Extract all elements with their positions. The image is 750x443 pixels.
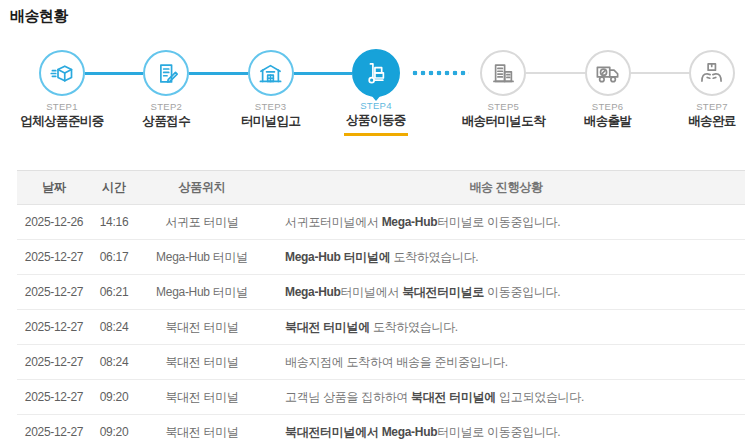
progress-segment: Mega-Hub 터미널에 xyxy=(285,250,390,264)
step-item-2: STEP2 상품접수 xyxy=(143,50,189,96)
cell-progress: 배송지점에 도착하여 배송을 준비중입니다. xyxy=(267,354,745,371)
connector-line xyxy=(294,72,352,75)
header-time: 시간 xyxy=(91,179,137,196)
progress-segment: Mega-Hub xyxy=(382,425,438,439)
step-item-3: STEP3 터미널입고 xyxy=(248,50,294,96)
progress-segment: 서귀포터미널에서 xyxy=(285,215,382,229)
step-item-6: STEP6 배송출발 xyxy=(585,50,631,96)
step-name: 터미널입고 xyxy=(241,114,301,130)
progress-segment: 입고되었습니다. xyxy=(496,390,584,404)
step-name: 배송터미널도착 xyxy=(462,114,545,130)
table-row: 2025-12-2706:21Mega-Hub 터미널Mega-Hub터미널에서… xyxy=(17,275,745,310)
cell-time: 09:20 xyxy=(91,425,137,439)
cell-progress: Mega-Hub터미널에서 북대전터미널로 이동중입니다. xyxy=(267,284,745,301)
step-number: STEP3 xyxy=(241,101,301,113)
step-number: STEP6 xyxy=(584,101,632,113)
buildings-icon xyxy=(490,60,517,87)
cell-progress: 고객님 상품을 집하하여 북대전 터미널에 입고되었습니다. xyxy=(267,389,745,406)
hands-box-icon xyxy=(698,60,725,87)
cell-progress: 북대전 터미널에 도착하였습니다. xyxy=(267,319,745,336)
document-pencil-icon xyxy=(153,60,180,87)
cell-time: 09:20 xyxy=(91,390,137,404)
step-item-4: STEP4 상품이동중 xyxy=(352,49,400,97)
cell-location: 북대전 터미널 xyxy=(137,389,267,406)
progress-segment: 도착하였습니다. xyxy=(390,250,478,264)
delivery-progress-stepper: STEP1 업체상품준비중 STEP2 상품접수 xyxy=(39,49,735,97)
cell-progress: Mega-Hub 터미널에 도착하였습니다. xyxy=(267,249,745,266)
progress-segment: Mega-Hub xyxy=(285,285,341,299)
step-name: 상품접수 xyxy=(143,114,191,130)
cell-date: 2025-12-27 xyxy=(17,390,91,404)
progress-segment: 도착하였습니다. xyxy=(370,320,458,334)
table-row: 2025-12-2706:17Mega-Hub 터미널Mega-Hub 터미널에… xyxy=(17,240,745,275)
cell-date: 2025-12-27 xyxy=(17,250,91,264)
progress-segment: 북대전터미널로 xyxy=(402,285,484,299)
step-circle xyxy=(480,50,526,96)
table-body: 2025-12-2614:16서귀포 터미널서귀포터미널에서 Mega-Hub터… xyxy=(17,205,745,443)
progress-segment: 배송지점에 도착하여 배송을 준비중입니다. xyxy=(285,355,508,369)
warehouse-icon xyxy=(257,60,284,87)
step-number: STEP1 xyxy=(20,101,103,113)
cell-date: 2025-12-27 xyxy=(17,355,91,369)
cell-time: 06:21 xyxy=(91,285,137,299)
step-number: STEP5 xyxy=(462,101,545,113)
step-number: STEP4 xyxy=(344,100,408,112)
cell-date: 2025-12-27 xyxy=(17,285,91,299)
active-underline xyxy=(344,133,408,136)
step-circle xyxy=(689,50,735,96)
step-circle xyxy=(39,50,85,96)
connector-line xyxy=(189,72,247,75)
cell-location: 북대전 터미널 xyxy=(137,354,267,371)
cell-time: 08:24 xyxy=(91,355,137,369)
step-name: 상품이동중 xyxy=(344,113,408,129)
step-circle xyxy=(352,49,400,97)
connector-dotted-line xyxy=(411,70,469,76)
step-number: STEP7 xyxy=(688,101,736,113)
connector-line xyxy=(526,72,584,74)
cell-date: 2025-12-27 xyxy=(17,425,91,439)
progress-segment: 터미널로 이동중입니다. xyxy=(437,215,560,229)
table-row: 2025-12-2709:20북대전 터미널북대전터미널에서 Mega-Hub터… xyxy=(17,415,745,443)
progress-segment: Mega-Hub xyxy=(382,215,438,229)
progress-segment: 터미널로 이동중입니다. xyxy=(437,425,560,439)
step-name: 배송출발 xyxy=(584,114,632,130)
progress-segment: 북대전터미널에서 xyxy=(285,425,382,439)
header-location: 상품위치 xyxy=(137,179,267,196)
table-row: 2025-12-2709:20북대전 터미널고객님 상품을 집하하여 북대전 터… xyxy=(17,380,745,415)
progress-segment: 터미널에서 xyxy=(341,285,403,299)
cell-progress: 서귀포터미널에서 Mega-Hub터미널로 이동중입니다. xyxy=(267,214,745,231)
cell-location: Mega-Hub 터미널 xyxy=(137,284,267,301)
step-name: 업체상품준비중 xyxy=(20,114,103,130)
progress-segment: 고객님 상품을 집하하여 xyxy=(285,390,411,404)
step-circle xyxy=(143,50,189,96)
table-row: 2025-12-2708:24북대전 터미널배송지점에 도착하여 배송을 준비중… xyxy=(17,345,745,380)
header-progress: 배송 진행상황 xyxy=(267,179,745,196)
cell-progress: 북대전터미널에서 Mega-Hub터미널로 이동중입니다. xyxy=(267,424,745,441)
cell-location: 서귀포 터미널 xyxy=(137,214,267,231)
table-row: 2025-12-2708:24북대전 터미널북대전 터미널에 도착하였습니다. xyxy=(17,310,745,345)
cell-time: 14:16 xyxy=(91,215,137,229)
cell-location: Mega-Hub 터미널 xyxy=(137,249,267,266)
tracking-table: 날짜 시간 상품위치 배송 진행상황 2025-12-2614:16서귀포 터미… xyxy=(17,170,745,443)
connector-line xyxy=(85,72,143,75)
step-name: 배송완료 xyxy=(688,114,736,130)
progress-segment: 이동중입니다. xyxy=(484,285,560,299)
table-row: 2025-12-2614:16서귀포 터미널서귀포터미널에서 Mega-Hub터… xyxy=(17,205,745,240)
cell-time: 06:17 xyxy=(91,250,137,264)
cell-time: 08:24 xyxy=(91,320,137,334)
cell-location: 북대전 터미널 xyxy=(137,319,267,336)
page-title: 배송현황 xyxy=(10,7,68,26)
step-number: STEP2 xyxy=(143,101,191,113)
cell-date: 2025-12-27 xyxy=(17,320,91,334)
step-item-7: STEP7 배송완료 xyxy=(689,50,735,96)
package-speed-icon xyxy=(49,60,76,87)
cell-location: 북대전 터미널 xyxy=(137,424,267,441)
handtruck-icon xyxy=(362,60,389,87)
step-item-5: STEP5 배송터미널도착 xyxy=(480,50,526,96)
step-circle xyxy=(248,50,294,96)
delivery-truck-icon xyxy=(594,60,621,87)
progress-segment: 북대전 터미널에 xyxy=(411,390,496,404)
table-header-row: 날짜 시간 상품위치 배송 진행상황 xyxy=(17,171,745,205)
step-circle xyxy=(585,50,631,96)
step-item-1: STEP1 업체상품준비중 xyxy=(39,50,85,96)
